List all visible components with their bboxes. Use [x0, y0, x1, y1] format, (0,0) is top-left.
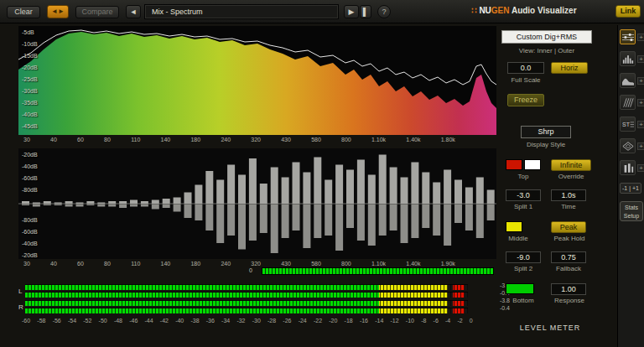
sliders-icon: [622, 33, 634, 42]
top-label: Top: [506, 173, 541, 180]
middle-color-swatch[interactable]: [506, 221, 522, 232]
preset-selector[interactable]: Mix - Spectrum: [144, 4, 339, 19]
scale-label: -12: [391, 318, 399, 324]
spectrum-graph: [18, 26, 496, 135]
middle-label: Middle: [501, 235, 536, 242]
compare-button[interactable]: Compare: [75, 6, 119, 18]
meter-yellow-zone: [379, 301, 448, 306]
y-axis-label: -20dB: [22, 65, 38, 70]
tool-spectrum-add-button[interactable]: +: [637, 77, 644, 85]
tool-sliders-add-button[interactable]: +: [637, 34, 644, 41]
scale-label: -8: [421, 318, 426, 324]
play-icon: ▶: [349, 8, 355, 16]
scale-label: -24: [299, 318, 307, 324]
y-axis-label: -20dB: [22, 152, 38, 158]
split1-value[interactable]: -3.0: [506, 189, 541, 201]
y-axis-label: -60dB: [22, 175, 38, 181]
stereo-icon: ST: [622, 120, 634, 129]
peak-button[interactable]: Peak: [551, 221, 586, 233]
meter-yellow-zone: [379, 293, 448, 298]
scale-label: -56: [53, 318, 61, 324]
scale-label: -32: [236, 318, 245, 324]
y-axis-label: -30dB: [22, 88, 38, 94]
y-axis-label: -40dB: [22, 241, 38, 246]
tool-stereo-add-button[interactable]: +: [637, 121, 644, 128]
spectrogram-icon: [622, 98, 634, 107]
response-label: Response: [548, 297, 591, 304]
tool-stereo-row: ST+: [620, 116, 644, 132]
freq-label: 40: [50, 137, 57, 144]
horiz-button[interactable]: Horiz: [551, 62, 588, 74]
tool-vectorscope-add-button[interactable]: +: [637, 142, 644, 150]
freeze-button[interactable]: Freeze: [507, 94, 544, 106]
freq-label: 80: [104, 261, 111, 268]
tool-spectrum[interactable]: [620, 73, 636, 88]
meter-green-zone: [25, 308, 379, 313]
scale-label: -40: [175, 318, 184, 324]
range-bar-display[interactable]: -20dB-40dB-60dB-80dB -80dB-60dB-40dB-20d…: [18, 148, 496, 259]
history-meter[interactable]: [262, 267, 494, 275]
stats-label-line2: Setup: [621, 212, 642, 220]
y-axis-label: -20dB: [22, 252, 38, 258]
freq-label: 240: [221, 261, 231, 268]
tool-levels[interactable]: [620, 160, 636, 175]
scale-label: 0: [470, 318, 473, 324]
tool-stereo[interactable]: ST: [620, 117, 636, 132]
scale-label: -38: [190, 318, 199, 324]
freq-label: 320: [251, 261, 261, 268]
top-color-swatch-white[interactable]: [524, 159, 541, 170]
view-inner-outer-toggle[interactable]: View: Inner | Outer: [499, 47, 595, 54]
tool-histogram-add-button[interactable]: +: [637, 55, 644, 63]
tool-sliders[interactable]: [620, 29, 636, 44]
meter-peak-block: [453, 308, 465, 313]
meter-peak-block: [453, 293, 465, 298]
full-scale-value[interactable]: 0.0: [507, 62, 544, 74]
freq-label: 30: [23, 137, 30, 144]
stats-label-line1: Stats: [621, 204, 642, 212]
minus-plus-button[interactable]: -1 | +1: [620, 183, 641, 194]
tool-histogram[interactable]: [620, 51, 636, 66]
tool-spectrogram-row: +: [620, 94, 644, 111]
infinite-button[interactable]: Infinite: [551, 159, 591, 171]
response-value[interactable]: 1.00: [551, 283, 586, 295]
pause-button[interactable]: ▌: [360, 5, 371, 18]
spectrum-display[interactable]: -5dB-10dB-15dB-20dB-25dB-30dB-35dB-40dB-…: [18, 26, 496, 135]
meter-mode-select[interactable]: Custom Dig+RMS: [501, 30, 592, 44]
freq-label: 180: [190, 137, 200, 144]
freq-label: 180: [190, 261, 200, 268]
tool-spectrogram[interactable]: [620, 95, 636, 110]
meter-yellow-zone: [379, 308, 448, 313]
scale-label: -4: [445, 318, 450, 324]
play-button[interactable]: ▶: [344, 5, 359, 18]
link-button[interactable]: Link: [615, 5, 641, 18]
top-color-swatch-red[interactable]: [506, 159, 522, 170]
freq-label: 60: [77, 261, 84, 268]
swap-button[interactable]: ◄►: [47, 5, 69, 18]
display-style-label: Display Style: [511, 141, 581, 148]
y-axis-label: -45dB: [22, 123, 38, 129]
level-meter-title: LEVEL METER: [499, 324, 601, 332]
meter-yellow-zone: [379, 285, 448, 290]
help-button[interactable]: ?: [377, 5, 391, 18]
histogram-icon: [622, 54, 634, 64]
bottom-color-swatch[interactable]: [506, 283, 534, 294]
tool-spectrogram-add-button[interactable]: +: [637, 99, 644, 106]
tool-vectorscope[interactable]: [620, 138, 636, 153]
stats-setup-button[interactable]: StatsSetup: [620, 201, 643, 221]
scale-label: -30: [252, 318, 261, 324]
freq-label: 1.40k: [406, 137, 420, 144]
y-axis-label: -10dB: [22, 41, 38, 47]
previous-preset-button[interactable]: ◄: [126, 5, 141, 18]
split2-value[interactable]: -9.0: [506, 251, 541, 263]
fallback-value[interactable]: 0.75: [551, 251, 586, 263]
display-style-select[interactable]: Shrp: [521, 126, 571, 138]
toolbar: Clear ◄► Compare ◄ Mix - Spectrum ▶ ▌ ? …: [0, 0, 644, 23]
scale-label: -48: [114, 318, 122, 324]
meter-row-r: [25, 300, 468, 313]
clear-button[interactable]: Clear: [7, 6, 40, 18]
freq-label: 240: [221, 137, 231, 144]
time-value[interactable]: 1.0s: [551, 189, 586, 201]
meter-peak-block: [453, 285, 465, 290]
scale-label: -42: [160, 318, 169, 324]
tool-levels-add-button[interactable]: +: [637, 164, 644, 172]
